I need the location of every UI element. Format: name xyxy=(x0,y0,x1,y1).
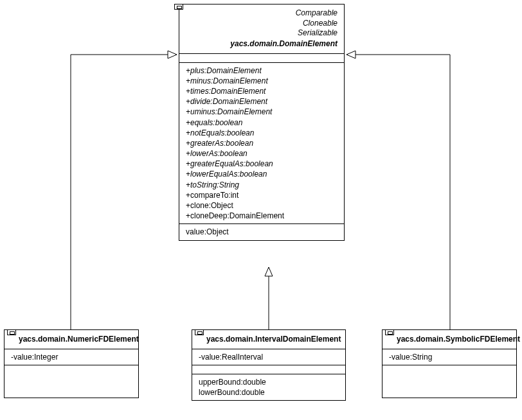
attribute: -value:Integer xyxy=(11,352,132,362)
class-name: yacs.domain.SymbolicFDElement xyxy=(397,334,510,345)
class-name: yacs.domain.DomainElement xyxy=(186,39,338,49)
stereotype: Comparable xyxy=(186,8,338,19)
package-tab-icon xyxy=(7,329,16,335)
method: +greaterAs:boolean xyxy=(186,138,338,148)
method: +divide:DomainElement xyxy=(186,96,338,107)
property: upperBound:double xyxy=(199,377,339,387)
method: +compareTo:int xyxy=(186,190,338,200)
stereotype: Cloneable xyxy=(186,19,338,29)
method: +lowerAs:boolean xyxy=(186,148,338,159)
package-tab-icon xyxy=(385,329,394,335)
class-name: yacs.domain.NumericFDElement xyxy=(19,334,132,345)
property: lowerBound:double xyxy=(199,387,339,398)
class-header: yacs.domain.IntervalDomainElement xyxy=(192,330,345,349)
method: +plus:DomainElement xyxy=(186,66,338,76)
stereotype: Serializable xyxy=(186,28,338,39)
class-header: Comparable Cloneable Serializable yacs.d… xyxy=(179,4,344,54)
property: value:Object xyxy=(186,227,338,237)
method: +clone:Object xyxy=(186,200,338,211)
class-header: yacs.domain.SymbolicFDElement xyxy=(382,330,516,349)
attribute: -value:RealInterval xyxy=(199,352,339,362)
method: +greaterEqualAs:boolean xyxy=(186,159,338,169)
attributes-section: -value:String xyxy=(382,349,516,365)
method: +toString:String xyxy=(186,180,338,190)
methods-section: +plus:DomainElement +minus:DomainElement… xyxy=(179,63,344,225)
methods-section xyxy=(4,365,138,398)
package-tab-icon xyxy=(174,4,183,10)
class-domain-element: Comparable Cloneable Serializable yacs.d… xyxy=(179,4,345,241)
method: +uminus:DomainElement xyxy=(186,107,338,117)
method: +cloneDeep:DomainElement xyxy=(186,211,338,221)
method: +times:DomainElement xyxy=(186,86,338,96)
properties-section: value:Object xyxy=(179,224,344,240)
attributes-section: -value:RealInterval xyxy=(192,349,345,365)
class-name: yacs.domain.IntervalDomainElement xyxy=(206,334,339,345)
package-tab-icon xyxy=(195,329,204,335)
method: +equals:boolean xyxy=(186,118,338,128)
class-symbolic-fd-element: yacs.domain.SymbolicFDElement -value:Str… xyxy=(382,329,517,398)
method: +notEquals:boolean xyxy=(186,128,338,138)
attribute: -value:String xyxy=(389,352,510,362)
class-header: yacs.domain.NumericFDElement xyxy=(4,330,138,349)
methods-section xyxy=(192,365,345,374)
class-numeric-fd-element: yacs.domain.NumericFDElement -value:Inte… xyxy=(4,329,139,398)
class-interval-domain-element: yacs.domain.IntervalDomainElement -value… xyxy=(192,329,346,401)
attributes-section xyxy=(179,54,344,63)
properties-section: upperBound:double lowerBound:double xyxy=(192,374,345,400)
method: +lowerEqualAs:boolean xyxy=(186,169,338,179)
methods-section xyxy=(382,365,516,398)
method: +minus:DomainElement xyxy=(186,76,338,86)
attributes-section: -value:Integer xyxy=(4,349,138,365)
